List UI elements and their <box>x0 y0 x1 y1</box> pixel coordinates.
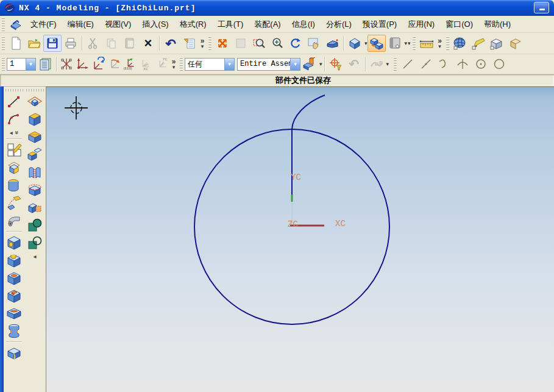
toolbar-gripper[interactable] <box>2 18 5 31</box>
combo-arrow-icon[interactable]: ▾ <box>224 59 234 70</box>
assembly-constraints-button[interactable] <box>300 55 319 73</box>
toolbar-collapse-control[interactable]: ◂ » <box>10 128 19 137</box>
menu-edit[interactable]: 编辑(E) <box>62 16 99 32</box>
paste-button[interactable] <box>121 35 139 52</box>
snap-point-button[interactable] <box>327 55 345 73</box>
pocket-button[interactable] <box>5 269 23 287</box>
combo-arrow-icon[interactable]: ▾ <box>26 59 35 70</box>
graphics-viewport[interactable]: YC ZC XC <box>46 87 554 392</box>
curve-line-button[interactable] <box>399 55 417 73</box>
display-mode-button[interactable] <box>368 35 386 52</box>
trim-body-button[interactable] <box>26 181 43 199</box>
chain-curves-button[interactable] <box>368 55 386 73</box>
selection-filter-combo[interactable]: 任何 ▾ <box>185 58 235 71</box>
open-button[interactable] <box>25 35 43 52</box>
combo-arrow-icon[interactable]: ▾ <box>290 59 300 70</box>
toolbar-gripper[interactable] <box>2 37 5 50</box>
through-curves-button[interactable] <box>26 163 43 181</box>
sketch-button[interactable] <box>5 141 23 159</box>
app-sketch-button[interactable] <box>469 35 488 52</box>
wcs-change-yc-button[interactable]: YC <box>154 56 169 72</box>
toolbar-options-dropdown[interactable]: ▾ <box>408 40 411 46</box>
toolbar-gripper[interactable] <box>446 37 449 50</box>
menu-window[interactable]: 窗口(O) <box>440 16 478 32</box>
wcs-origin-button[interactable] <box>74 56 90 72</box>
toolbar-overflow-button[interactable]: » ▾ <box>169 55 178 73</box>
view-orientation-dropdown[interactable]: ▾ <box>364 40 368 46</box>
toolbar-gripper[interactable] <box>5 89 23 91</box>
app-gateway-button[interactable] <box>451 35 469 52</box>
toolbar-overflow-button[interactable]: » ▾ <box>198 35 207 52</box>
menu-insert[interactable]: 插入(S) <box>137 16 174 32</box>
measure-button[interactable] <box>417 35 436 52</box>
split-body-button[interactable] <box>26 199 43 216</box>
menu-application[interactable]: 应用(N) <box>402 16 440 32</box>
fit-view-button[interactable] <box>213 35 232 52</box>
basic-arc-button[interactable] <box>5 110 23 128</box>
basic-line-button[interactable] <box>5 93 23 110</box>
groove-button[interactable] <box>5 322 23 340</box>
swept-button[interactable] <box>26 146 43 163</box>
wcs-change-xc-button[interactable]: XC <box>138 56 154 72</box>
menu-tools[interactable]: 工具(T) <box>212 16 249 32</box>
revolved-body-button[interactable] <box>26 128 43 146</box>
chain-dropdown[interactable]: ▾ <box>386 61 389 67</box>
menu-file[interactable]: 文件(F) <box>25 16 62 32</box>
copy-button[interactable] <box>102 35 121 52</box>
cut-button[interactable] <box>84 35 102 52</box>
menu-analysis[interactable]: 分析(L) <box>321 16 357 32</box>
wcs-orient-button[interactable] <box>106 56 122 72</box>
work-layer-combo[interactable]: 1 ▾ <box>7 58 36 71</box>
sweep-button[interactable] <box>5 194 23 212</box>
menu-format[interactable]: 格式(R) <box>174 16 212 32</box>
print-button[interactable] <box>62 35 80 52</box>
zoom-region-button[interactable] <box>250 35 268 52</box>
wcs-dynamics-button[interactable] <box>59 56 74 72</box>
curve-circle-center-button[interactable] <box>472 55 490 73</box>
new-button[interactable] <box>7 35 25 52</box>
edge-blend-button[interactable] <box>5 344 23 362</box>
toolbar-overflow-button[interactable]: » ▾ <box>436 35 444 52</box>
zoom-disabled-button[interactable] <box>232 35 250 52</box>
curve-spline-button[interactable] <box>435 55 453 73</box>
toolbar-gripper[interactable] <box>394 57 397 71</box>
tube-button[interactable] <box>5 212 23 229</box>
save-button[interactable] <box>43 35 62 52</box>
menu-information[interactable]: 信息(I) <box>286 16 321 32</box>
toolbar-gripper[interactable] <box>208 37 211 50</box>
app-drafting-button[interactable] <box>506 35 524 52</box>
datum-csys-button[interactable] <box>5 159 23 176</box>
perspective-button[interactable] <box>323 35 341 52</box>
toolbar-gripper[interactable] <box>26 89 44 91</box>
curve-circle-button[interactable] <box>490 55 508 73</box>
app-modeling-button[interactable] <box>488 35 506 52</box>
toolbar-collapse-control[interactable]: ◂ <box>33 252 36 260</box>
delete-button[interactable]: × <box>139 35 157 52</box>
rotate-view-button[interactable] <box>286 35 305 52</box>
view-orientation-button[interactable] <box>346 35 364 52</box>
window-layout-dropdown[interactable]: ▾ <box>405 40 408 46</box>
minimize-button[interactable] <box>534 2 549 13</box>
extrude-button[interactable] <box>26 110 43 128</box>
pan-view-button[interactable] <box>305 35 323 52</box>
assembly-dropdown[interactable]: ▾ <box>319 61 322 67</box>
wcs-rotate-button[interactable] <box>90 56 106 72</box>
boss-button[interactable] <box>5 251 23 269</box>
revolve-button[interactable] <box>5 176 23 194</box>
toolbar-gripper[interactable] <box>2 57 5 71</box>
zoom-in-out-button[interactable] <box>268 35 286 52</box>
menu-assemblies[interactable]: 装配(A) <box>249 16 286 32</box>
layer-settings-button[interactable] <box>36 55 54 73</box>
undo-button[interactable]: ↶ <box>162 35 180 52</box>
unite-button[interactable] <box>26 216 43 234</box>
curve-arc-button[interactable] <box>453 55 472 73</box>
sketch-spline[interactable] <box>292 95 325 129</box>
menu-preferences[interactable]: 预设置(P) <box>357 16 402 32</box>
curve-inferred-line-button[interactable] <box>417 55 435 73</box>
wcs-set-absolute-button[interactable]: (0,0,0) <box>122 56 138 72</box>
window-layout-button[interactable] <box>386 35 404 52</box>
slot-button[interactable] <box>5 304 23 322</box>
hole-button[interactable] <box>5 233 23 251</box>
menu-view[interactable]: 视图(V) <box>99 16 137 32</box>
toolbar-gripper[interactable] <box>180 57 183 71</box>
